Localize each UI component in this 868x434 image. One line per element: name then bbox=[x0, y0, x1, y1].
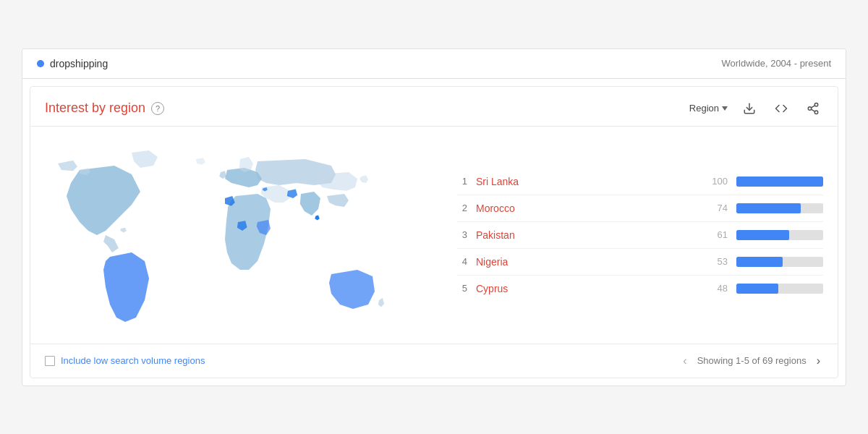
outer-card: dropshipping Worldwide, 2004 - present I… bbox=[22, 48, 846, 386]
rank-value: 100 bbox=[707, 176, 728, 187]
rank-number: 3 bbox=[457, 229, 467, 240]
embed-icon bbox=[775, 102, 788, 115]
rank-row: 3 Pakistan 61 bbox=[457, 222, 823, 249]
rank-row: 5 Cyprus 48 bbox=[457, 276, 823, 302]
share-icon bbox=[807, 102, 820, 115]
rank-number: 2 bbox=[457, 203, 467, 213]
svg-line-4 bbox=[811, 109, 814, 111]
bar-fill bbox=[736, 230, 789, 240]
range-label: Worldwide, 2004 - present bbox=[721, 58, 831, 69]
map-area bbox=[38, 134, 443, 336]
rank-number: 1 bbox=[457, 176, 467, 187]
rank-value: 61 bbox=[707, 229, 728, 240]
chevron-down-icon bbox=[722, 106, 728, 111]
rank-value: 48 bbox=[707, 283, 728, 294]
keyword-label: dropshipping bbox=[50, 58, 108, 69]
help-icon[interactable]: ? bbox=[151, 102, 164, 115]
bar-fill bbox=[736, 284, 778, 294]
download-button[interactable] bbox=[739, 98, 760, 119]
section-title: Interest by region bbox=[45, 101, 145, 116]
bar-fill bbox=[736, 257, 783, 267]
rank-number: 5 bbox=[457, 283, 467, 294]
svg-line-5 bbox=[811, 105, 814, 107]
rank-country[interactable]: Pakistan bbox=[476, 229, 699, 241]
bar-container bbox=[736, 176, 823, 187]
rank-number: 4 bbox=[457, 256, 467, 267]
bar-container bbox=[736, 284, 823, 294]
checkbox-text: Include low search volume regions bbox=[61, 355, 205, 366]
next-page-button[interactable]: › bbox=[814, 353, 823, 369]
rankings-area: 1 Sri Lanka 100 2 Morocco 74 3 Pakistan … bbox=[457, 134, 823, 336]
bar-container bbox=[736, 257, 823, 267]
bar-fill bbox=[736, 203, 801, 213]
rank-value: 53 bbox=[707, 256, 728, 267]
bar-container bbox=[736, 230, 823, 240]
rank-value: 74 bbox=[707, 203, 728, 213]
header-controls: Region bbox=[689, 98, 823, 119]
bar-container bbox=[736, 203, 823, 213]
rank-country[interactable]: Sri Lanka bbox=[476, 176, 699, 187]
top-bar-left: dropshipping bbox=[37, 58, 108, 69]
low-volume-checkbox-label[interactable]: Include low search volume regions bbox=[45, 355, 205, 366]
title-group: Interest by region ? bbox=[45, 101, 164, 116]
top-bar: dropshipping Worldwide, 2004 - present bbox=[22, 49, 846, 79]
rank-country[interactable]: Cyprus bbox=[476, 283, 699, 294]
content-area: 1 Sri Lanka 100 2 Morocco 74 3 Pakistan … bbox=[30, 127, 838, 344]
region-dropdown[interactable]: Region bbox=[689, 103, 728, 114]
region-label: Region bbox=[689, 103, 719, 114]
low-volume-checkbox[interactable] bbox=[45, 356, 55, 366]
prev-page-button[interactable]: ‹ bbox=[680, 353, 689, 369]
card-header: Interest by region ? Region bbox=[30, 87, 838, 127]
card-footer: Include low search volume regions ‹ Show… bbox=[30, 344, 838, 378]
rank-country[interactable]: Nigeria bbox=[476, 256, 699, 268]
share-button[interactable] bbox=[803, 98, 823, 119]
download-icon bbox=[743, 102, 756, 115]
main-card: Interest by region ? Region bbox=[30, 86, 838, 378]
pagination: ‹ Showing 1-5 of 69 regions › bbox=[680, 353, 823, 369]
world-map bbox=[45, 134, 435, 336]
rank-row: 1 Sri Lanka 100 bbox=[457, 169, 823, 195]
rank-row: 2 Morocco 74 bbox=[457, 195, 823, 222]
embed-button[interactable] bbox=[771, 98, 791, 119]
bar-fill bbox=[736, 176, 823, 187]
pagination-text: Showing 1-5 of 69 regions bbox=[697, 355, 807, 366]
rank-country[interactable]: Morocco bbox=[476, 203, 699, 214]
rank-row: 4 Nigeria 53 bbox=[457, 249, 823, 276]
keyword-dot bbox=[37, 60, 44, 67]
